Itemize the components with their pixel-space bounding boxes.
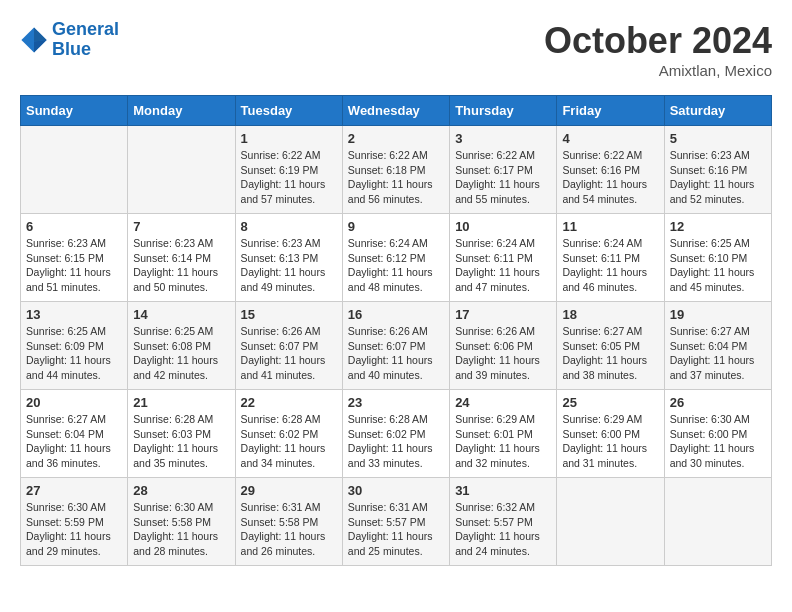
weekday-header: Wednesday — [342, 96, 449, 126]
calendar-cell: 2Sunrise: 6:22 AMSunset: 6:18 PMDaylight… — [342, 126, 449, 214]
day-info: Sunrise: 6:30 AMSunset: 6:00 PMDaylight:… — [670, 412, 766, 471]
calendar-cell: 31Sunrise: 6:32 AMSunset: 5:57 PMDayligh… — [450, 478, 557, 566]
calendar-cell: 1Sunrise: 6:22 AMSunset: 6:19 PMDaylight… — [235, 126, 342, 214]
day-number: 31 — [455, 483, 551, 498]
calendar-week-row: 1Sunrise: 6:22 AMSunset: 6:19 PMDaylight… — [21, 126, 772, 214]
weekday-header: Friday — [557, 96, 664, 126]
day-number: 21 — [133, 395, 229, 410]
day-info: Sunrise: 6:29 AMSunset: 6:00 PMDaylight:… — [562, 412, 658, 471]
logo: General Blue — [20, 20, 119, 60]
day-info: Sunrise: 6:23 AMSunset: 6:16 PMDaylight:… — [670, 148, 766, 207]
day-info: Sunrise: 6:27 AMSunset: 6:05 PMDaylight:… — [562, 324, 658, 383]
day-info: Sunrise: 6:28 AMSunset: 6:03 PMDaylight:… — [133, 412, 229, 471]
calendar-cell: 18Sunrise: 6:27 AMSunset: 6:05 PMDayligh… — [557, 302, 664, 390]
calendar-cell: 23Sunrise: 6:28 AMSunset: 6:02 PMDayligh… — [342, 390, 449, 478]
calendar-cell: 24Sunrise: 6:29 AMSunset: 6:01 PMDayligh… — [450, 390, 557, 478]
svg-marker-1 — [34, 27, 47, 41]
day-info: Sunrise: 6:23 AMSunset: 6:14 PMDaylight:… — [133, 236, 229, 295]
day-number: 3 — [455, 131, 551, 146]
calendar-cell: 3Sunrise: 6:22 AMSunset: 6:17 PMDaylight… — [450, 126, 557, 214]
day-info: Sunrise: 6:31 AMSunset: 5:57 PMDaylight:… — [348, 500, 444, 559]
logo-text-line2: Blue — [52, 40, 119, 60]
weekday-header: Monday — [128, 96, 235, 126]
day-info: Sunrise: 6:22 AMSunset: 6:18 PMDaylight:… — [348, 148, 444, 207]
day-number: 16 — [348, 307, 444, 322]
calendar-week-row: 13Sunrise: 6:25 AMSunset: 6:09 PMDayligh… — [21, 302, 772, 390]
day-number: 28 — [133, 483, 229, 498]
day-info: Sunrise: 6:25 AMSunset: 6:10 PMDaylight:… — [670, 236, 766, 295]
day-info: Sunrise: 6:28 AMSunset: 6:02 PMDaylight:… — [348, 412, 444, 471]
calendar-cell — [21, 126, 128, 214]
calendar-table: SundayMondayTuesdayWednesdayThursdayFrid… — [20, 95, 772, 566]
day-number: 25 — [562, 395, 658, 410]
day-number: 9 — [348, 219, 444, 234]
calendar-cell: 11Sunrise: 6:24 AMSunset: 6:11 PMDayligh… — [557, 214, 664, 302]
calendar-cell: 17Sunrise: 6:26 AMSunset: 6:06 PMDayligh… — [450, 302, 557, 390]
calendar-cell: 4Sunrise: 6:22 AMSunset: 6:16 PMDaylight… — [557, 126, 664, 214]
day-info: Sunrise: 6:23 AMSunset: 6:15 PMDaylight:… — [26, 236, 122, 295]
calendar-cell: 5Sunrise: 6:23 AMSunset: 6:16 PMDaylight… — [664, 126, 771, 214]
day-number: 2 — [348, 131, 444, 146]
svg-marker-2 — [34, 40, 47, 53]
day-info: Sunrise: 6:22 AMSunset: 6:16 PMDaylight:… — [562, 148, 658, 207]
calendar-cell: 22Sunrise: 6:28 AMSunset: 6:02 PMDayligh… — [235, 390, 342, 478]
day-number: 22 — [241, 395, 337, 410]
calendar-cell: 29Sunrise: 6:31 AMSunset: 5:58 PMDayligh… — [235, 478, 342, 566]
day-number: 11 — [562, 219, 658, 234]
weekday-header: Thursday — [450, 96, 557, 126]
day-info: Sunrise: 6:22 AMSunset: 6:17 PMDaylight:… — [455, 148, 551, 207]
calendar-header-row: SundayMondayTuesdayWednesdayThursdayFrid… — [21, 96, 772, 126]
day-number: 30 — [348, 483, 444, 498]
logo-icon — [20, 26, 48, 54]
calendar-cell: 10Sunrise: 6:24 AMSunset: 6:11 PMDayligh… — [450, 214, 557, 302]
day-info: Sunrise: 6:26 AMSunset: 6:07 PMDaylight:… — [348, 324, 444, 383]
day-info: Sunrise: 6:31 AMSunset: 5:58 PMDaylight:… — [241, 500, 337, 559]
day-number: 5 — [670, 131, 766, 146]
day-number: 14 — [133, 307, 229, 322]
day-number: 13 — [26, 307, 122, 322]
calendar-cell: 12Sunrise: 6:25 AMSunset: 6:10 PMDayligh… — [664, 214, 771, 302]
calendar-cell: 26Sunrise: 6:30 AMSunset: 6:00 PMDayligh… — [664, 390, 771, 478]
day-number: 12 — [670, 219, 766, 234]
calendar-cell — [128, 126, 235, 214]
calendar-cell: 7Sunrise: 6:23 AMSunset: 6:14 PMDaylight… — [128, 214, 235, 302]
calendar-cell: 21Sunrise: 6:28 AMSunset: 6:03 PMDayligh… — [128, 390, 235, 478]
day-number: 15 — [241, 307, 337, 322]
weekday-header: Sunday — [21, 96, 128, 126]
day-number: 24 — [455, 395, 551, 410]
day-number: 1 — [241, 131, 337, 146]
day-number: 26 — [670, 395, 766, 410]
calendar-cell: 30Sunrise: 6:31 AMSunset: 5:57 PMDayligh… — [342, 478, 449, 566]
calendar-cell: 20Sunrise: 6:27 AMSunset: 6:04 PMDayligh… — [21, 390, 128, 478]
calendar-cell: 6Sunrise: 6:23 AMSunset: 6:15 PMDaylight… — [21, 214, 128, 302]
day-info: Sunrise: 6:23 AMSunset: 6:13 PMDaylight:… — [241, 236, 337, 295]
day-number: 4 — [562, 131, 658, 146]
day-info: Sunrise: 6:26 AMSunset: 6:06 PMDaylight:… — [455, 324, 551, 383]
calendar-cell: 13Sunrise: 6:25 AMSunset: 6:09 PMDayligh… — [21, 302, 128, 390]
day-info: Sunrise: 6:24 AMSunset: 6:11 PMDaylight:… — [562, 236, 658, 295]
day-info: Sunrise: 6:26 AMSunset: 6:07 PMDaylight:… — [241, 324, 337, 383]
day-info: Sunrise: 6:32 AMSunset: 5:57 PMDaylight:… — [455, 500, 551, 559]
month-title: October 2024 — [544, 20, 772, 62]
calendar-cell: 14Sunrise: 6:25 AMSunset: 6:08 PMDayligh… — [128, 302, 235, 390]
day-number: 17 — [455, 307, 551, 322]
day-number: 29 — [241, 483, 337, 498]
weekday-header: Saturday — [664, 96, 771, 126]
day-number: 6 — [26, 219, 122, 234]
calendar-week-row: 20Sunrise: 6:27 AMSunset: 6:04 PMDayligh… — [21, 390, 772, 478]
calendar-week-row: 27Sunrise: 6:30 AMSunset: 5:59 PMDayligh… — [21, 478, 772, 566]
calendar-cell: 9Sunrise: 6:24 AMSunset: 6:12 PMDaylight… — [342, 214, 449, 302]
day-info: Sunrise: 6:27 AMSunset: 6:04 PMDaylight:… — [670, 324, 766, 383]
day-number: 27 — [26, 483, 122, 498]
page-header: General Blue October 2024 Amixtlan, Mexi… — [20, 20, 772, 79]
calendar-cell — [557, 478, 664, 566]
day-info: Sunrise: 6:27 AMSunset: 6:04 PMDaylight:… — [26, 412, 122, 471]
day-number: 19 — [670, 307, 766, 322]
day-info: Sunrise: 6:30 AMSunset: 5:59 PMDaylight:… — [26, 500, 122, 559]
day-info: Sunrise: 6:25 AMSunset: 6:08 PMDaylight:… — [133, 324, 229, 383]
logo-text-line1: General — [52, 20, 119, 40]
day-info: Sunrise: 6:29 AMSunset: 6:01 PMDaylight:… — [455, 412, 551, 471]
calendar-cell: 19Sunrise: 6:27 AMSunset: 6:04 PMDayligh… — [664, 302, 771, 390]
calendar-cell: 27Sunrise: 6:30 AMSunset: 5:59 PMDayligh… — [21, 478, 128, 566]
weekday-header: Tuesday — [235, 96, 342, 126]
